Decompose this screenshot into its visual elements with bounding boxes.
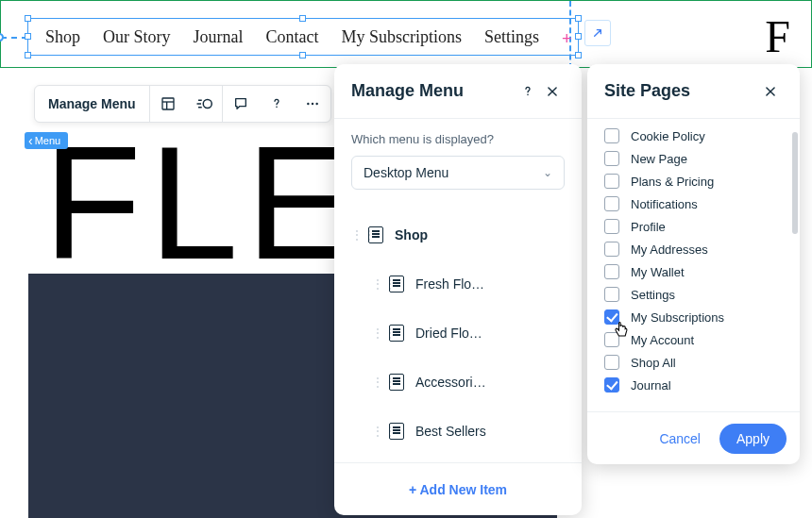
page-checkbox-row[interactable]: Shop All (604, 351, 788, 374)
more-icon (305, 96, 320, 111)
checkbox[interactable] (604, 355, 619, 370)
menu-item-row[interactable]: ⋮⋮ Shop (351, 210, 565, 259)
checkbox[interactable] (604, 151, 619, 166)
resize-handle[interactable] (25, 33, 31, 40)
page-label: Cookie Policy (631, 129, 705, 143)
alignment-guide-horizontal (1, 37, 27, 39)
menu-item-label: Fresh Flo… (415, 276, 484, 292)
menu-item-label: Shop (395, 227, 428, 242)
site-pages-panel: Site Pages Cookie Policy New Page Plans … (587, 64, 800, 464)
page-label: My Account (631, 333, 694, 347)
toolbar-help-button[interactable] (259, 86, 295, 122)
page-label: My Addresses (631, 242, 708, 257)
add-nav-item-icon[interactable]: + (562, 29, 572, 49)
stretch-button[interactable] (584, 20, 611, 46)
nav-item-settings[interactable]: Settings (484, 27, 539, 47)
nav-item-my-subscriptions[interactable]: My Subscriptions (342, 27, 463, 47)
page-icon (389, 423, 404, 440)
site-pages-list: Cookie Policy New Page Plans & Pricing N… (587, 119, 800, 411)
toolbar-more-button[interactable] (295, 86, 330, 122)
layout-icon (161, 96, 176, 111)
page-label: Journal (631, 378, 671, 393)
menu-item-row[interactable]: ⋮⋮ Accessori… (351, 358, 565, 407)
nav-item-shop[interactable]: Shop (45, 27, 80, 47)
page-checkbox-row[interactable]: My Wallet (604, 260, 788, 283)
element-breadcrumb-menu[interactable]: Menu (25, 132, 68, 149)
toolbar-layout-button[interactable] (150, 86, 186, 122)
panel-close-button[interactable] (540, 85, 565, 98)
checkbox[interactable] (604, 377, 619, 393)
page-label: Profile (631, 220, 666, 234)
resize-handle[interactable] (299, 52, 306, 58)
drag-handle-icon[interactable]: ⋮⋮ (372, 376, 381, 389)
checkbox[interactable] (604, 219, 619, 234)
drag-handle-icon[interactable]: ⋮⋮ (372, 425, 381, 438)
nav-item-journal[interactable]: Journal (194, 27, 244, 47)
toolbar-comment-button[interactable] (223, 86, 259, 122)
page-checkbox-row[interactable]: Journal (604, 374, 788, 396)
checkbox[interactable] (604, 174, 619, 189)
page-label: Notifications (631, 197, 698, 211)
toolbar-manage-menu-button[interactable]: Manage Menu (35, 86, 150, 122)
page-checkbox-row[interactable]: Profile (604, 215, 788, 238)
checkbox[interactable] (604, 264, 619, 279)
page-checkbox-row[interactable]: My Account (604, 328, 788, 351)
resize-handle[interactable] (575, 33, 582, 40)
comment-icon (233, 96, 248, 111)
checkbox[interactable] (604, 242, 619, 257)
menu-item-label: Best Sellers (415, 424, 486, 439)
brand-letter: F (765, 10, 792, 62)
menu-item-row[interactable]: ⋮⋮ Dried Flo… (351, 309, 565, 358)
drag-handle-icon[interactable]: ⋮⋮ (351, 228, 361, 242)
svg-rect-0 (162, 98, 174, 109)
scrollbar-thumb[interactable] (792, 132, 798, 234)
panel-help-button[interactable] (516, 84, 540, 99)
svg-point-7 (315, 103, 317, 105)
svg-point-5 (307, 103, 309, 105)
page-checkbox-row[interactable]: Cookie Policy (604, 125, 788, 147)
menu-item-row[interactable]: ⋮⋮ Fresh Flo… (351, 259, 565, 309)
checkbox[interactable] (604, 287, 619, 302)
page-checkbox-row[interactable]: New Page (604, 147, 788, 170)
cancel-button[interactable]: Cancel (650, 424, 710, 454)
svg-point-4 (276, 107, 278, 109)
menu-select-dropdown[interactable]: Desktop Menu ⌄ (351, 156, 565, 190)
add-new-item-button[interactable]: + Add New Item (334, 462, 582, 515)
which-menu-label: Which menu is displayed? (351, 132, 565, 146)
resize-handle[interactable] (25, 52, 31, 58)
page-checkbox-row[interactable]: My Addresses (604, 238, 788, 260)
stretch-icon (590, 25, 605, 41)
nav-item-contact[interactable]: Contact (266, 27, 319, 47)
help-icon (269, 96, 284, 111)
resize-handle[interactable] (575, 52, 582, 58)
help-icon (520, 84, 535, 99)
close-icon (764, 85, 777, 98)
page-label: My Subscriptions (631, 310, 724, 325)
page-checkbox-row[interactable]: Settings (604, 283, 788, 306)
menu-item-row[interactable]: ⋮⋮ Best Sellers (351, 407, 565, 456)
page-label: Shop All (631, 356, 676, 370)
resize-handle[interactable] (299, 15, 306, 22)
apply-button[interactable]: Apply (719, 424, 787, 454)
checkbox[interactable] (604, 196, 619, 211)
selected-menu-element[interactable]: Shop Our Story Journal Contact My Subscr… (27, 18, 579, 56)
checkbox[interactable] (604, 128, 619, 143)
site-pages-title: Site Pages (604, 81, 758, 101)
manage-menu-panel: Manage Menu Which menu is displayed? Des… (334, 64, 582, 515)
page-label: New Page (631, 152, 687, 166)
resize-handle[interactable] (25, 15, 31, 22)
page-label: My Wallet (631, 265, 685, 279)
drag-handle-icon[interactable]: ⋮⋮ (372, 326, 381, 340)
drag-handle-icon[interactable]: ⋮⋮ (372, 277, 381, 291)
svg-point-3 (203, 100, 211, 109)
page-label: Plans & Pricing (631, 175, 714, 189)
page-checkbox-row[interactable]: Plans & Pricing (604, 170, 788, 192)
page-checkbox-row[interactable]: Notifications (604, 192, 788, 215)
toolbar-animation-button[interactable] (186, 86, 222, 122)
nav-item-our-story[interactable]: Our Story (103, 27, 171, 47)
menu-items-list: ⋮⋮ Shop ⋮⋮ Fresh Flo… ⋮⋮ Dried Flo… ⋮⋮ A… (351, 210, 565, 456)
menu-item-label: Accessori… (415, 375, 486, 390)
panel-close-button[interactable] (758, 85, 783, 98)
page-checkbox-row[interactable]: My Subscriptions (604, 306, 788, 328)
resize-handle[interactable] (575, 15, 582, 22)
